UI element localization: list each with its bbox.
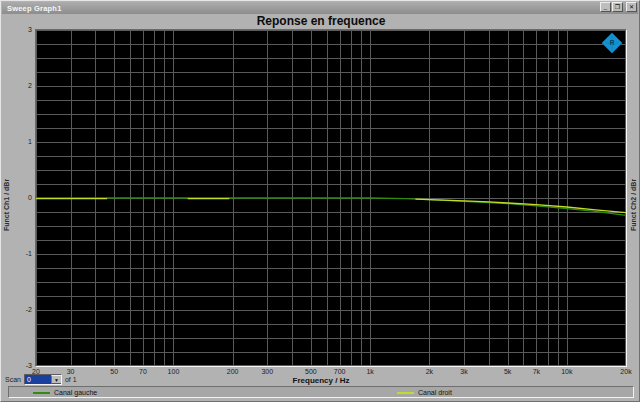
x-tick-label: 1k — [355, 368, 385, 376]
scan-control-row: Scan 0 ▼ of 1 — [5, 373, 77, 385]
scan-value[interactable]: 0 — [25, 375, 51, 384]
scan-suffix: of 1 — [65, 376, 77, 383]
x-tick-label: 20k — [611, 368, 640, 376]
scan-combobox[interactable]: 0 ▼ — [24, 374, 62, 385]
restore-button[interactable]: ❐ — [612, 2, 623, 12]
canal-gauche-line-sample — [33, 392, 50, 394]
y-tick-label: -2 — [1, 306, 32, 314]
legend-strip: Canal gauche Canal droit — [8, 386, 634, 398]
x-tick-label: 50 — [99, 368, 129, 376]
legend-label: Canal droit — [418, 389, 452, 396]
rs-logo-icon: R — [601, 32, 623, 54]
x-tick-label: 300 — [252, 368, 282, 376]
y-tick-label: 2 — [1, 82, 32, 90]
sweep-graph-window: Sweep Graph1 _ ❐ ✕ Reponse en frequence … — [0, 0, 640, 402]
y-tick-label: -1 — [1, 250, 32, 258]
close-button[interactable]: ✕ — [626, 2, 637, 12]
legend-entry-canal-droit: Canal droit — [397, 388, 452, 397]
x-tick-label: 100 — [158, 368, 188, 376]
frequency-response-plot — [36, 30, 626, 366]
legend-label: Canal gauche — [54, 389, 97, 396]
x-axis-label: Frequency / Hz — [1, 376, 640, 385]
x-tick-label: 10k — [552, 368, 582, 376]
canal-droit-line-sample — [397, 392, 414, 394]
window-title: Sweep Graph1 — [2, 4, 62, 13]
x-tick-label: 5k — [493, 368, 523, 376]
y-axis-label-left: Funct Ch1 / dBr — [3, 159, 10, 251]
window-controls: _ ❐ ✕ — [600, 2, 637, 12]
plot-area[interactable] — [35, 29, 627, 367]
legend-entry-canal-gauche: Canal gauche — [33, 388, 97, 397]
x-tick-label: 3k — [449, 368, 479, 376]
x-tick-label: 2k — [414, 368, 444, 376]
x-tick-label: 200 — [218, 368, 248, 376]
x-tick-label: 70 — [128, 368, 158, 376]
x-tick-label: 500 — [296, 368, 326, 376]
window-titlebar[interactable]: Sweep Graph1 — [2, 2, 638, 14]
minimize-button[interactable]: _ — [600, 2, 611, 12]
scan-label: Scan — [5, 376, 21, 383]
y-tick-label: 3 — [1, 26, 32, 34]
chart-title: Reponse en frequence — [1, 14, 640, 28]
y-axis-label-right: Funct Ch2 / dBr — [630, 159, 637, 251]
x-tick-label: 7k — [521, 368, 551, 376]
chevron-down-icon[interactable]: ▼ — [51, 375, 61, 384]
x-tick-label: 700 — [325, 368, 355, 376]
y-tick-label: 1 — [1, 138, 32, 146]
